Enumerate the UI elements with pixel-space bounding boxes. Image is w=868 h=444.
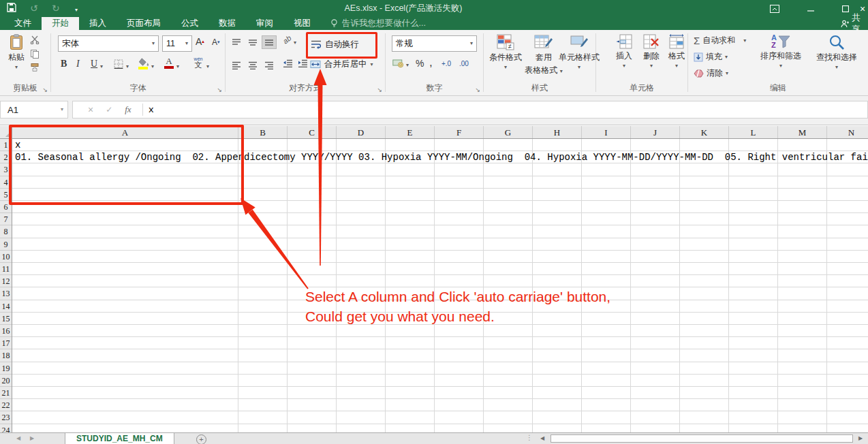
- clipboard-dialog-launcher-icon[interactable]: ↘: [42, 87, 48, 93]
- menu-tab-4[interactable]: 公式: [171, 17, 208, 30]
- share-button[interactable]: 共享: [841, 17, 868, 30]
- accounting-format-icon[interactable]: [392, 59, 404, 68]
- column-header-I[interactable]: I: [582, 126, 631, 138]
- font-name-combo[interactable]: 宋体 ▾: [58, 35, 159, 52]
- decrease-indent-icon[interactable]: [283, 59, 293, 67]
- ribbon-display-options-icon[interactable]: [764, 0, 785, 17]
- align-top-icon[interactable]: [230, 36, 243, 48]
- number-dialog-launcher-icon[interactable]: ↘: [475, 87, 480, 93]
- row-header-20[interactable]: 20: [0, 375, 12, 387]
- row-header-7[interactable]: 7: [0, 213, 12, 225]
- number-format-combo[interactable]: 常规 ▾: [392, 35, 477, 52]
- grid-body[interactable]: [12, 139, 868, 432]
- menu-tab-6[interactable]: 审阅: [246, 17, 283, 30]
- increase-indent-icon[interactable]: [298, 59, 308, 67]
- column-header-L[interactable]: L: [729, 126, 778, 138]
- row-header-10[interactable]: 10: [0, 251, 12, 263]
- menu-tab-file[interactable]: 文件: [4, 17, 42, 30]
- menu-tab-3[interactable]: 页面布局: [117, 17, 171, 30]
- column-header-G[interactable]: G: [484, 126, 533, 138]
- font-dialog-launcher-icon[interactable]: ↘: [217, 87, 222, 93]
- bold-button[interactable]: B: [61, 59, 67, 69]
- orientation-icon[interactable]: ab: [281, 33, 293, 45]
- worksheet-grid[interactable]: ABCDEFGHIJKLMN 1234567891011121314151617…: [0, 126, 868, 432]
- fill-color-caret-icon[interactable]: ▾: [151, 64, 154, 69]
- minimize-button[interactable]: [801, 0, 821, 17]
- tab-scroll-splitter[interactable]: ⋮: [526, 434, 531, 441]
- formula-input-zone[interactable]: × ✓ fx x: [72, 101, 868, 118]
- fill-button[interactable]: 填充 ▾: [694, 51, 728, 63]
- insert-cells-button[interactable]: 插入 ▾: [613, 34, 636, 69]
- sheet-tab-active[interactable]: STUDYID_AE_MH_CM: [65, 433, 174, 444]
- hscroll-left-arrow-icon[interactable]: ◀: [540, 433, 544, 444]
- column-header-K[interactable]: K: [680, 126, 729, 138]
- font-color-button[interactable]: A: [164, 57, 174, 69]
- sheet-nav-left-icon[interactable]: ◀: [16, 433, 20, 444]
- merge-center-button[interactable]: 合并后居中 ▾: [310, 59, 373, 70]
- column-header-M[interactable]: M: [778, 126, 827, 138]
- row-header-21[interactable]: 21: [0, 387, 12, 399]
- row-header-23[interactable]: 23: [0, 411, 12, 424]
- phonetic-guide-button[interactable]: wén 文: [191, 57, 205, 69]
- row-headers[interactable]: 123456789101112131415161718192021222324: [0, 139, 12, 432]
- column-header-A[interactable]: A: [12, 126, 238, 138]
- column-header-D[interactable]: D: [337, 126, 386, 138]
- row-header-19[interactable]: 19: [0, 362, 12, 375]
- menu-tab-1[interactable]: 开始: [42, 17, 79, 30]
- new-sheet-button[interactable]: +: [196, 434, 206, 444]
- wrap-text-button[interactable]: 自动换行: [308, 35, 362, 53]
- borders-icon[interactable]: [114, 59, 123, 69]
- align-bottom-icon[interactable]: [262, 36, 276, 48]
- row-header-15[interactable]: 15: [0, 313, 12, 325]
- row-header-2[interactable]: 2: [0, 151, 12, 163]
- cell-A2[interactable]: 01. Seasonal allergy /Ongoing 02. Append…: [15, 151, 868, 163]
- row-header-4[interactable]: 4: [0, 176, 12, 189]
- row-header-17[interactable]: 17: [0, 337, 12, 349]
- fill-color-icon[interactable]: [138, 58, 149, 69]
- row-header-12[interactable]: 12: [0, 275, 12, 287]
- comma-style-button[interactable]: ,: [429, 56, 433, 69]
- row-header-3[interactable]: 3: [0, 163, 12, 176]
- menu-tab-5[interactable]: 数据: [208, 17, 246, 30]
- delete-cells-button[interactable]: 删除 ▾: [640, 34, 663, 69]
- grow-font-button[interactable]: A▴: [196, 36, 204, 47]
- alignment-dialog-launcher-icon[interactable]: ↘: [377, 87, 382, 93]
- row-header-1[interactable]: 1: [0, 139, 12, 151]
- column-header-H[interactable]: H: [533, 126, 582, 138]
- conditional-formatting-button[interactable]: ≠ 条件格式 ▾: [486, 34, 525, 70]
- row-header-14[interactable]: 14: [0, 300, 12, 313]
- cancel-icon[interactable]: ×: [88, 104, 93, 115]
- row-header-6[interactable]: 6: [0, 201, 12, 213]
- menu-tab-7[interactable]: 视图: [283, 17, 321, 30]
- cell-A1[interactable]: x: [15, 139, 20, 151]
- copy-icon[interactable]: [30, 49, 40, 59]
- format-cells-button[interactable]: 格式 ▾: [666, 34, 687, 69]
- column-header-N[interactable]: N: [827, 126, 868, 138]
- row-header-16[interactable]: 16: [0, 325, 12, 337]
- align-center-icon[interactable]: [246, 59, 260, 72]
- column-header-C[interactable]: C: [288, 126, 337, 138]
- increase-decimal-button[interactable]: +.0: [441, 60, 451, 67]
- format-as-table-button[interactable]: 套用 表格格式 ▾: [526, 34, 561, 76]
- font-color-caret-icon[interactable]: ▾: [176, 64, 179, 69]
- autosum-button[interactable]: Σ 自动求和 ▾: [694, 35, 746, 46]
- shrink-font-button[interactable]: A▾: [212, 37, 220, 47]
- cell-styles-button[interactable]: 单元格样式 ▾: [563, 34, 595, 70]
- confirm-icon[interactable]: ✓: [106, 105, 112, 114]
- italic-button[interactable]: I: [76, 59, 80, 69]
- row-header-18[interactable]: 18: [0, 349, 12, 362]
- tell-me-box[interactable]: 告诉我您想要做什么...: [330, 17, 426, 30]
- orientation-caret-icon[interactable]: ▾: [294, 40, 296, 46]
- row-header-13[interactable]: 13: [0, 287, 12, 300]
- column-header-E[interactable]: E: [386, 126, 435, 138]
- row-header-22[interactable]: 22: [0, 399, 12, 411]
- phonetic-caret-icon[interactable]: ▾: [206, 64, 209, 69]
- column-header-B[interactable]: B: [238, 126, 288, 138]
- row-header-8[interactable]: 8: [0, 225, 12, 238]
- borders-caret-icon[interactable]: ▾: [126, 64, 129, 69]
- cut-icon[interactable]: [30, 35, 40, 44]
- horizontal-scrollbar-thumb[interactable]: [551, 434, 853, 443]
- underline-button[interactable]: U: [91, 59, 97, 69]
- name-box[interactable]: A1 ▾: [0, 101, 68, 118]
- column-headers[interactable]: ABCDEFGHIJKLMN: [12, 126, 868, 139]
